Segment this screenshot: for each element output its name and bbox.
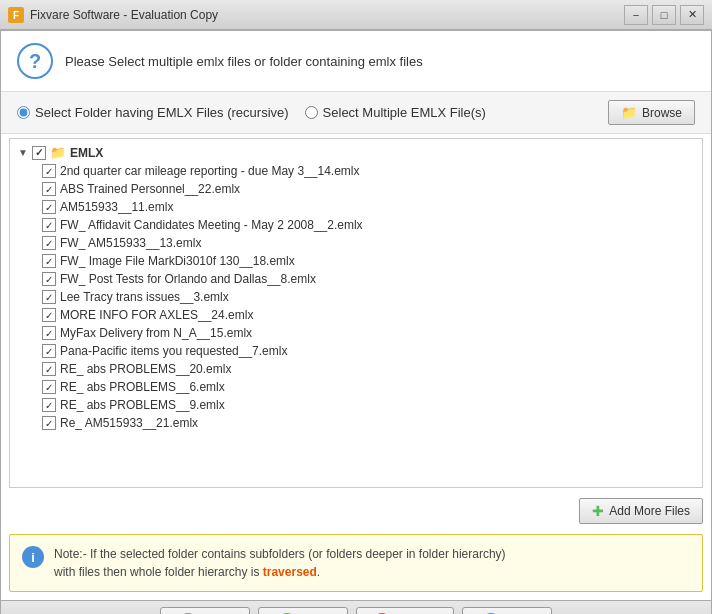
next-button[interactable]: ▶ Next bbox=[258, 607, 348, 614]
radio-folder-input[interactable] bbox=[17, 106, 30, 119]
minimize-button[interactable]: − bbox=[624, 5, 648, 25]
item-label: RE_ abs PROBLEMS__9.emlx bbox=[60, 398, 225, 412]
list-item[interactable]: ✓ Lee Tracy trans issues__3.emlx bbox=[10, 288, 702, 306]
plus-icon: ✚ bbox=[592, 503, 604, 519]
browse-icon: 📁 bbox=[621, 105, 637, 120]
item-checkbox[interactable]: ✓ bbox=[42, 362, 56, 376]
add-more-files-button[interactable]: ✚ Add More Files bbox=[579, 498, 703, 524]
tree-root: ▼ ✓ 📁 EMLX ✓ 2nd quarter car mileage rep… bbox=[10, 139, 702, 436]
footer: ◀ Back ▶ Next ✕ Cancel ? Help bbox=[1, 600, 711, 614]
item-checkbox[interactable]: ✓ bbox=[42, 344, 56, 358]
add-more-files-label: Add More Files bbox=[609, 504, 690, 518]
list-item[interactable]: ✓ Pana-Pacific items you requested__7.em… bbox=[10, 342, 702, 360]
radio-files-input[interactable] bbox=[305, 106, 318, 119]
main-window: ? Please Select multiple emlx files or f… bbox=[0, 30, 712, 614]
list-item[interactable]: ✓ RE_ abs PROBLEMS__20.emlx bbox=[10, 360, 702, 378]
app-icon: F bbox=[8, 7, 24, 23]
list-item[interactable]: ✓ FW_ Post Tests for Orlando and Dallas_… bbox=[10, 270, 702, 288]
list-item[interactable]: ✓ FW_ AM515933__13.emlx bbox=[10, 234, 702, 252]
item-label: FW_ Post Tests for Orlando and Dallas__8… bbox=[60, 272, 316, 286]
title-bar: F Fixvare Software - Evaluation Copy − □… bbox=[0, 0, 712, 30]
browse-button[interactable]: 📁 Browse bbox=[608, 100, 695, 125]
maximize-button[interactable]: □ bbox=[652, 5, 676, 25]
radio-options: Select Folder having EMLX Files (recursi… bbox=[17, 105, 486, 120]
item-label: FW_ Image File MarkDi3010f 130__18.emlx bbox=[60, 254, 295, 268]
title-bar-controls: − □ ✕ bbox=[624, 5, 704, 25]
item-checkbox[interactable]: ✓ bbox=[42, 164, 56, 178]
note-banner: i Note:- If the selected folder contains… bbox=[9, 534, 703, 592]
radio-files-label: Select Multiple EMLX File(s) bbox=[323, 105, 486, 120]
list-item[interactable]: ✓ RE_ abs PROBLEMS__6.emlx bbox=[10, 378, 702, 396]
folder-icon: 📁 bbox=[50, 145, 66, 160]
close-button[interactable]: ✕ bbox=[680, 5, 704, 25]
item-label: RE_ abs PROBLEMS__6.emlx bbox=[60, 380, 225, 394]
item-label: ABS Trained Personnel__22.emlx bbox=[60, 182, 240, 196]
back-button[interactable]: ◀ Back bbox=[160, 607, 250, 614]
header: ? Please Select multiple emlx files or f… bbox=[1, 31, 711, 92]
list-item[interactable]: ✓ RE_ abs PROBLEMS__9.emlx bbox=[10, 396, 702, 414]
item-label: 2nd quarter car mileage reporting - due … bbox=[60, 164, 360, 178]
list-item[interactable]: ✓ 2nd quarter car mileage reporting - du… bbox=[10, 162, 702, 180]
svg-text:F: F bbox=[13, 10, 19, 21]
browse-label: Browse bbox=[642, 106, 682, 120]
item-checkbox[interactable]: ✓ bbox=[42, 182, 56, 196]
note-suffix: with files then whole folder hierarchy i… bbox=[54, 565, 259, 579]
list-item[interactable]: ✓ MORE INFO FOR AXLES__24.emlx bbox=[10, 306, 702, 324]
list-item[interactable]: ✓ ABS Trained Personnel__22.emlx bbox=[10, 180, 702, 198]
list-item[interactable]: ✓ AM515933__11.emlx bbox=[10, 198, 702, 216]
item-label: Re_ AM515933__21.emlx bbox=[60, 416, 198, 430]
item-checkbox[interactable]: ✓ bbox=[42, 200, 56, 214]
radio-folder-option[interactable]: Select Folder having EMLX Files (recursi… bbox=[17, 105, 289, 120]
note-text: Note:- If the selected folder contains s… bbox=[54, 545, 506, 581]
item-label: MyFax Delivery from N_A__15.emlx bbox=[60, 326, 252, 340]
app-title: Fixvare Software - Evaluation Copy bbox=[30, 8, 218, 22]
info-icon: ? bbox=[17, 43, 53, 79]
list-item[interactable]: ✓ FW_ Affidavit Candidates Meeting - May… bbox=[10, 216, 702, 234]
file-list-scroll[interactable]: ▼ ✓ 📁 EMLX ✓ 2nd quarter car mileage rep… bbox=[10, 139, 702, 487]
expand-icon: ▼ bbox=[18, 147, 28, 158]
item-checkbox[interactable]: ✓ bbox=[42, 308, 56, 322]
tree-root-item[interactable]: ▼ ✓ 📁 EMLX bbox=[10, 143, 702, 162]
item-checkbox[interactable]: ✓ bbox=[42, 398, 56, 412]
item-checkbox[interactable]: ✓ bbox=[42, 218, 56, 232]
item-checkbox[interactable]: ✓ bbox=[42, 236, 56, 250]
list-item[interactable]: ✓ Re_ AM515933__21.emlx bbox=[10, 414, 702, 432]
radio-folder-label: Select Folder having EMLX Files (recursi… bbox=[35, 105, 289, 120]
title-bar-left: F Fixvare Software - Evaluation Copy bbox=[8, 7, 218, 23]
note-prefix: Note:- If the selected folder contains s… bbox=[54, 547, 506, 561]
file-list-container: ▼ ✓ 📁 EMLX ✓ 2nd quarter car mileage rep… bbox=[9, 138, 703, 488]
item-checkbox[interactable]: ✓ bbox=[42, 272, 56, 286]
item-label: FW_ AM515933__13.emlx bbox=[60, 236, 201, 250]
add-files-row: ✚ Add More Files bbox=[1, 492, 711, 530]
item-label: Lee Tracy trans issues__3.emlx bbox=[60, 290, 229, 304]
item-label: AM515933__11.emlx bbox=[60, 200, 173, 214]
item-checkbox[interactable]: ✓ bbox=[42, 290, 56, 304]
item-label: FW_ Affidavit Candidates Meeting - May 2… bbox=[60, 218, 363, 232]
cancel-button[interactable]: ✕ Cancel bbox=[356, 607, 453, 614]
item-checkbox[interactable]: ✓ bbox=[42, 380, 56, 394]
item-label: Pana-Pacific items you requested__7.emlx bbox=[60, 344, 287, 358]
help-button[interactable]: ? Help bbox=[462, 607, 552, 614]
radio-row: Select Folder having EMLX Files (recursi… bbox=[1, 92, 711, 134]
header-text: Please Select multiple emlx files or fol… bbox=[65, 54, 423, 69]
note-highlight: traversed bbox=[263, 565, 317, 579]
root-label: EMLX bbox=[70, 146, 103, 160]
item-label: RE_ abs PROBLEMS__20.emlx bbox=[60, 362, 231, 376]
item-checkbox[interactable]: ✓ bbox=[42, 254, 56, 268]
list-item[interactable]: ✓ MyFax Delivery from N_A__15.emlx bbox=[10, 324, 702, 342]
note-end: . bbox=[317, 565, 320, 579]
item-checkbox[interactable]: ✓ bbox=[42, 326, 56, 340]
radio-files-option[interactable]: Select Multiple EMLX File(s) bbox=[305, 105, 486, 120]
item-label: MORE INFO FOR AXLES__24.emlx bbox=[60, 308, 253, 322]
note-info-icon: i bbox=[22, 546, 44, 568]
list-item[interactable]: ✓ FW_ Image File MarkDi3010f 130__18.eml… bbox=[10, 252, 702, 270]
root-checkbox[interactable]: ✓ bbox=[32, 146, 46, 160]
item-checkbox[interactable]: ✓ bbox=[42, 416, 56, 430]
